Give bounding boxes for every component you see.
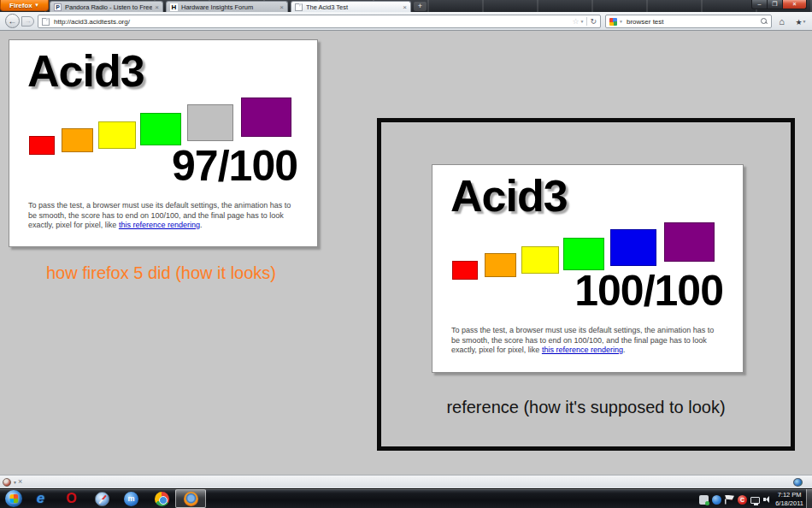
window-controls: – ❐ × (751, 0, 807, 9)
square-gray (187, 104, 233, 141)
note-suffix: . (200, 221, 203, 229)
taskbar: e O m C 7:12 PM 6/18/2011 (0, 488, 812, 508)
close-tab-icon[interactable]: × (155, 3, 159, 11)
chevron-down-icon: ▼ (803, 19, 807, 24)
search-icon[interactable] (761, 18, 768, 25)
square-yellow (98, 121, 136, 149)
square-green (563, 238, 604, 270)
reference-rendering-link: this reference rendering (542, 346, 623, 354)
comodo-icon[interactable]: C (738, 495, 747, 505)
square-blue (610, 229, 656, 266)
site-favicon (42, 18, 50, 26)
close-window-button[interactable]: × (782, 0, 807, 9)
bookmark-star-icon[interactable]: ☆ (572, 17, 579, 26)
addon-status-icon[interactable] (793, 478, 803, 487)
note-suffix: . (623, 346, 626, 354)
minimize-button[interactable]: – (751, 0, 768, 9)
page-viewport: Acid3 97/100 To pass the test, a browser… (0, 31, 812, 475)
acid3-title: Acid3 (450, 174, 568, 218)
chevron-down-icon[interactable]: ▼ (619, 19, 623, 24)
tab-acid3-test[interactable]: The Acid3 Test × (291, 1, 411, 12)
acid3-reference-box: Acid3 100/100 To pass the test, a browse… (432, 164, 744, 373)
firefox-taskbar-button[interactable] (175, 489, 206, 508)
acid3-score: 100/100 (574, 269, 723, 312)
screen: Firefox ▼ P Pandora Radio - Listen to Fr… (0, 0, 812, 508)
navigation-bar: ← → http://acid3.acidtests.org/ ☆ ▼ ↻ ▼ … (0, 12, 812, 31)
chevron-down-icon: ▼ (34, 3, 39, 8)
reference-frame: Acid3 100/100 To pass the test, a browse… (377, 118, 795, 451)
clock-date: 6/18/2011 (775, 499, 803, 508)
acid3-score: 97/100 (172, 145, 297, 187)
forward-button[interactable]: → (21, 16, 34, 27)
square-purple (664, 222, 715, 262)
square-yellow (521, 246, 559, 274)
system-tray: C (699, 494, 772, 505)
address-bar[interactable]: http://acid3.acidtests.org/ ☆ ▼ ↻ (38, 15, 601, 28)
hardware-insights-favicon: H (170, 3, 178, 11)
restore-button[interactable]: ❐ (768, 0, 782, 9)
tab-title: Hardware Insights Forum (181, 3, 277, 11)
chrome-icon[interactable] (155, 492, 169, 506)
square-red (452, 261, 478, 280)
url-text[interactable]: http://acid3.acidtests.org/ (54, 18, 572, 26)
tab-title: Pandora Radio - Listen to Free Interne..… (65, 3, 152, 11)
back-button[interactable]: ← (5, 14, 20, 28)
firefox-icon (184, 492, 198, 506)
tray-update-icon[interactable] (699, 495, 709, 505)
start-button[interactable] (5, 490, 22, 507)
acid3-note: To pass the test, a browser must use its… (451, 326, 722, 356)
star-icon: ★ (795, 18, 802, 27)
close-tab-icon[interactable]: × (279, 3, 284, 11)
square-green (140, 113, 181, 145)
title-bar: Firefox ▼ P Pandora Radio - Listen to Fr… (0, 0, 812, 12)
search-input[interactable]: browser test (627, 18, 761, 26)
firefox-menu-button[interactable]: Firefox ▼ (0, 0, 49, 11)
home-button[interactable]: ⌂ (774, 15, 790, 28)
reload-icon[interactable]: ↻ (590, 17, 597, 26)
adblock-plus-icon[interactable] (3, 478, 11, 487)
chevron-down-icon[interactable]: ▼ (13, 480, 17, 485)
acid3-test-result-box: Acid3 97/100 To pass the test, a browser… (9, 39, 318, 247)
google-icon[interactable] (609, 18, 617, 26)
bookmarks-button[interactable]: ★▼ (792, 15, 809, 28)
reference-rendering-link[interactable]: this reference rendering (119, 221, 200, 229)
opera-icon[interactable]: O (64, 492, 79, 506)
speaker-icon[interactable] (763, 495, 772, 505)
show-desktop-button[interactable] (806, 489, 812, 508)
maxthon-icon[interactable]: m (124, 492, 138, 506)
taskbar-clock[interactable]: 7:12 PM 6/18/2011 (775, 491, 803, 507)
square-orange (485, 253, 516, 277)
tab-hardware-insights[interactable]: H Hardware Insights Forum × (166, 1, 288, 12)
tab-title: The Acid3 Test (306, 3, 400, 11)
clock-time: 7:12 PM (775, 491, 803, 499)
reference-caption: reference (how it's supposed to look) (381, 398, 791, 417)
page-favicon (295, 3, 303, 11)
search-bar[interactable]: ▼ browser test (605, 15, 772, 28)
square-orange (62, 128, 93, 152)
action-center-flag-icon[interactable] (725, 495, 734, 505)
chevron-down-icon[interactable]: ▼ (580, 19, 585, 24)
firefox-result-caption: how firefox 5 did (how it looks) (46, 263, 276, 283)
pandora-favicon: P (54, 3, 62, 11)
addon-bar: ▼ × (0, 475, 812, 488)
close-addon-bar-icon[interactable]: × (18, 477, 22, 486)
divider (586, 17, 587, 26)
close-tab-icon[interactable]: × (403, 3, 407, 11)
acid3-title: Acid3 (27, 49, 144, 93)
tab-pandora[interactable]: P Pandora Radio - Listen to Free Interne… (50, 1, 163, 12)
acid3-note: To pass the test, a browser must use its… (28, 201, 297, 231)
internet-explorer-icon[interactable]: e (33, 492, 48, 506)
square-red (29, 136, 55, 155)
new-tab-button[interactable]: + (414, 2, 427, 11)
safari-icon[interactable] (95, 492, 109, 506)
square-purple (241, 97, 291, 137)
tray-app-icon[interactable] (712, 495, 721, 505)
network-icon[interactable] (750, 497, 760, 504)
